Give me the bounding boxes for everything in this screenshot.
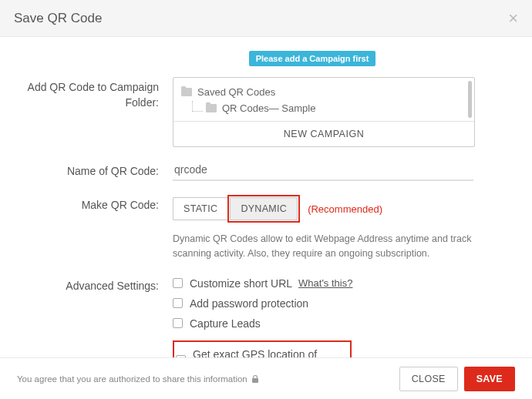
campaign-folder-box: Saved QR Codes QR Codes— Sample NEW CAMP… (173, 77, 475, 147)
modal-body: Please add a Campaign first Add QR Code … (0, 37, 532, 381)
static-button[interactable]: STATIC (173, 197, 227, 220)
close-icon[interactable]: × (508, 10, 518, 27)
lock-icon (252, 375, 258, 383)
label-name: Name of QR Code: (19, 161, 173, 181)
folder-icon (181, 88, 192, 96)
folder-icon (206, 104, 217, 112)
qr-name-input[interactable] (173, 161, 473, 181)
new-campaign-button[interactable]: NEW CAMPAIGN (173, 121, 474, 146)
whats-this-link[interactable]: What's this? (298, 277, 352, 289)
label-campaign-folder: Add QR Code to Campaign Folder: (19, 77, 173, 147)
capture-leads-row[interactable]: Capture Leads (173, 317, 513, 330)
disclaimer-text: You agree that you are authorized to sha… (17, 374, 258, 384)
modal-header: Save QR Code × (0, 0, 532, 37)
password-protection-row[interactable]: Add password protection (173, 297, 513, 310)
dynamic-button[interactable]: DYNAMIC (230, 197, 298, 220)
campaign-first-badge: Please add a Campaign first (249, 51, 376, 66)
tree-connector-icon (192, 101, 203, 112)
recommended-label: (Recommended) (308, 203, 382, 215)
checkbox-customize-url[interactable] (173, 278, 183, 288)
dynamic-highlight: DYNAMIC (227, 195, 300, 223)
modal-footer: You agree that you are authorized to sha… (0, 357, 532, 399)
modal-title: Save QR Code (14, 11, 102, 26)
label-make-qr: Make QR Code: (19, 195, 173, 262)
customize-short-url-row[interactable]: Customize short URL What's this? (173, 277, 513, 290)
dynamic-help-text: Dynamic QR Codes allow to edit Webpage A… (173, 232, 481, 262)
folder-saved-qr-codes[interactable]: Saved QR Codes (181, 84, 466, 100)
save-button[interactable]: SAVE (464, 367, 515, 391)
checkbox-password[interactable] (173, 298, 183, 308)
folder-tree[interactable]: Saved QR Codes QR Codes— Sample (173, 78, 474, 121)
close-button[interactable]: CLOSE (399, 367, 458, 391)
checkbox-capture-leads[interactable] (173, 318, 183, 328)
folder-qr-codes-sample[interactable]: QR Codes— Sample (192, 100, 466, 116)
